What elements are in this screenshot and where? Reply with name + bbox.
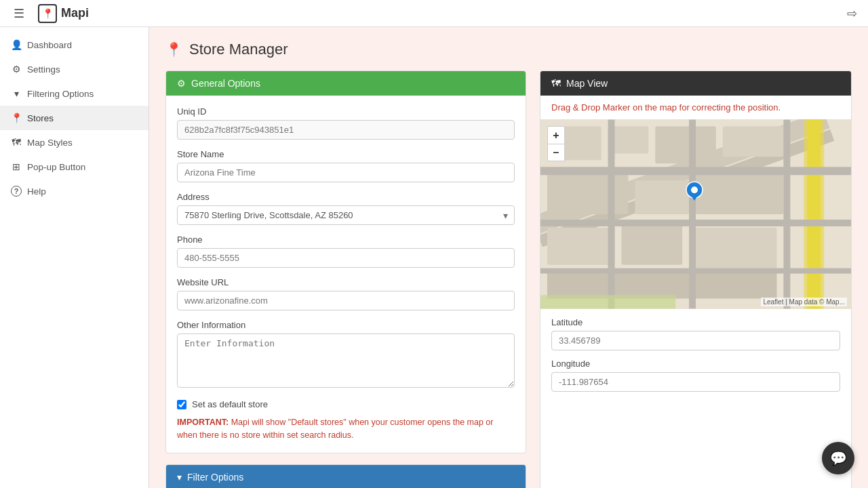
svg-rect-14: [689, 228, 776, 272]
svg-rect-21: [783, 120, 790, 309]
content-grid: ⚙ General Options Uniq ID Store Name: [165, 70, 852, 488]
address-select[interactable]: 75870 Sterling Drive, Scottsdale, AZ 852…: [177, 205, 515, 225]
uniq-id-input[interactable]: [177, 120, 515, 140]
default-store-row: Set as default store: [177, 399, 515, 409]
svg-rect-15: [547, 272, 777, 299]
map-icon: 🗺: [551, 78, 561, 89]
longitude-input[interactable]: [551, 372, 840, 392]
uniq-id-label: Uniq ID: [177, 106, 515, 117]
app-layout: 👤 Dashboard ⚙ Settings ▾ Filtering Optio…: [0, 27, 868, 488]
sidebar-label-filtering: Filtering Options: [27, 89, 94, 99]
chat-icon: 💬: [830, 450, 847, 466]
sidebar-label-dashboard: Dashboard: [27, 40, 72, 50]
important-prefix: IMPORTANT:: [177, 418, 229, 427]
svg-rect-9: [547, 174, 628, 214]
settings-icon: ⚙: [11, 64, 22, 75]
svg-rect-22: [540, 295, 675, 308]
sidebar-label-help: Help: [27, 186, 46, 197]
default-store-label[interactable]: Set as default store: [192, 399, 268, 409]
map-zoom-controls: + –: [547, 126, 565, 161]
other-info-group: Other Information: [177, 320, 515, 390]
filter-icon: ▾: [11, 88, 22, 99]
gear-icon: ⚙: [177, 78, 186, 89]
map-drag-note: Drag & Drop Marker on the map for correc…: [540, 96, 851, 119]
map-container[interactable]: + – Leaflet | Map data © Map...: [540, 119, 851, 309]
sidebar-item-popup-button[interactable]: ⊞ Pop-up Button: [0, 155, 149, 179]
svg-rect-20: [689, 120, 696, 309]
map-view-header: 🗺 Map View: [540, 71, 851, 96]
sidebar-item-filtering[interactable]: ▾ Filtering Options: [0, 81, 149, 106]
store-name-input[interactable]: [177, 163, 515, 182]
sidebar-label-map-styles: Map Styles: [27, 138, 73, 148]
logo-icon: 📍: [38, 4, 57, 23]
website-url-group: Website URL: [177, 277, 515, 310]
svg-rect-8: [723, 127, 791, 157]
address-group: Address 75870 Sterling Drive, Scottsdale…: [177, 192, 515, 225]
help-icon: ?: [11, 186, 22, 197]
sidebar-label-settings: Settings: [27, 64, 60, 75]
general-options-panel: ⚙ General Options Uniq ID Store Name: [165, 70, 526, 453]
svg-rect-19: [608, 120, 615, 309]
longitude-label: Longitude: [551, 359, 840, 369]
phone-input[interactable]: [177, 248, 515, 268]
website-url-input[interactable]: [177, 291, 515, 310]
website-url-label: Website URL: [177, 277, 515, 287]
stores-icon: 📍: [11, 113, 22, 123]
address-label: Address: [177, 192, 515, 202]
coord-section: Latitude Longitude: [540, 309, 851, 408]
longitude-group: Longitude: [551, 359, 840, 392]
app-header: ☰ 📍 Mapi ⇨: [0, 0, 868, 27]
other-info-textarea[interactable]: [177, 333, 515, 388]
phone-label: Phone: [177, 235, 515, 245]
map-styles-icon: 🗺: [11, 137, 22, 148]
general-options-body: Uniq ID Store Name Address 75870 Sterl: [166, 96, 526, 453]
left-column: ⚙ General Options Uniq ID Store Name: [165, 70, 526, 488]
popup-icon: ⊞: [11, 161, 22, 172]
map-svg: [540, 119, 851, 309]
sidebar-item-dashboard[interactable]: 👤 Dashboard: [0, 33, 149, 57]
svg-rect-10: [635, 180, 689, 214]
zoom-out-button[interactable]: –: [547, 144, 565, 161]
sidebar-item-settings[interactable]: ⚙ Settings: [0, 57, 149, 81]
sidebar-item-map-styles[interactable]: 🗺 Map Styles: [0, 130, 149, 155]
sidebar: 👤 Dashboard ⚙ Settings ▾ Filtering Optio…: [0, 27, 149, 488]
zoom-in-button[interactable]: +: [547, 126, 565, 144]
map-view-panel: 🗺 Map View Drag & Drop Marker on the map…: [540, 70, 852, 488]
svg-rect-13: [621, 224, 682, 265]
sidebar-item-help[interactable]: ? Help: [0, 179, 149, 203]
important-notice: IMPORTANT: Mapi will show "Default store…: [177, 416, 515, 442]
uniq-id-group: Uniq ID: [177, 106, 515, 140]
svg-rect-4: [807, 120, 821, 309]
sidebar-label-popup: Pop-up Button: [27, 162, 85, 172]
sidebar-item-stores[interactable]: 📍 Stores: [0, 106, 149, 130]
header-right: ⇨: [847, 6, 857, 21]
map-attribution: Leaflet | Map data © Map...: [761, 298, 847, 306]
other-info-label: Other Information: [177, 320, 515, 330]
sidebar-label-stores: Stores: [27, 113, 54, 123]
svg-rect-12: [547, 228, 615, 265]
latitude-group: Latitude: [551, 317, 840, 350]
dashboard-icon: 👤: [11, 39, 22, 50]
export-button[interactable]: ⇨: [847, 6, 857, 21]
chat-button[interactable]: 💬: [822, 442, 854, 474]
main-content: 📍 Store Manager ⚙ General Options Uniq I…: [149, 27, 868, 488]
filter-options-panel: ▾ Filter Options Option 1 Option 2: [165, 464, 526, 489]
store-name-group: Store Name: [177, 149, 515, 182]
app-logo: 📍 Mapi: [38, 4, 89, 23]
hamburger-button[interactable]: ☰: [11, 3, 27, 24]
latitude-input[interactable]: [551, 331, 840, 350]
default-store-checkbox[interactable]: [177, 400, 186, 409]
filter-options-header: ▾ Filter Options: [166, 465, 526, 489]
page-title-icon: 📍: [165, 41, 182, 58]
store-name-label: Store Name: [177, 149, 515, 159]
phone-group: Phone: [177, 235, 515, 268]
page-title: 📍 Store Manager: [165, 41, 852, 58]
address-select-wrapper: 75870 Sterling Drive, Scottsdale, AZ 852…: [177, 205, 515, 225]
svg-point-24: [691, 186, 698, 193]
app-name: Mapi: [61, 6, 89, 20]
latitude-label: Latitude: [551, 317, 840, 327]
filter-options-icon: ▾: [177, 472, 182, 483]
general-options-header: ⚙ General Options: [166, 71, 526, 96]
svg-rect-7: [655, 127, 716, 164]
